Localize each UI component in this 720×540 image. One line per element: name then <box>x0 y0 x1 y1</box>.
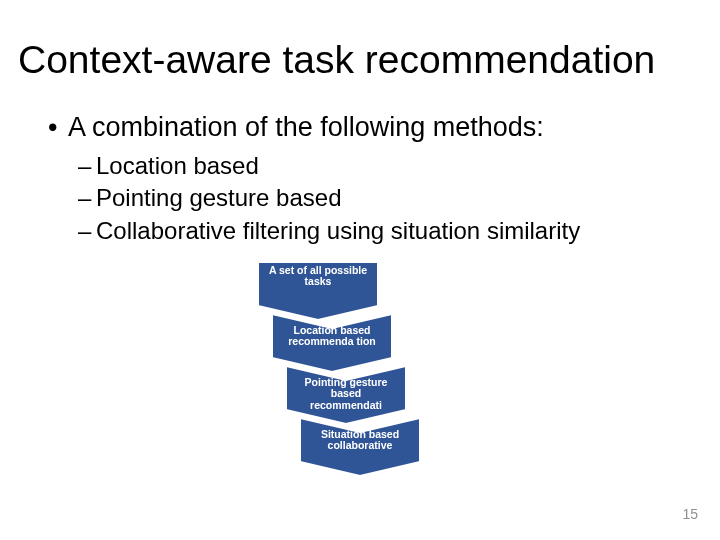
dash-icon: – <box>78 182 96 214</box>
page-number: 15 <box>682 506 698 522</box>
sub-bullet-text: Pointing gesture based <box>96 184 342 211</box>
bullet-level-1: •A combination of the following methods: <box>48 112 544 143</box>
flow-step-label: Situation based collaborative <box>300 429 420 452</box>
sub-bullet-item: –Pointing gesture based <box>78 182 580 214</box>
flow-step-label: A set of all possible tasks <box>258 265 378 288</box>
slide-title: Context-aware task recommendation <box>18 38 655 82</box>
flow-step-label: Pointing gesture based recommendati <box>286 377 406 411</box>
flow-step-4: Situation based collaborative <box>300 418 420 476</box>
process-flow: A set of all possible tasks Location bas… <box>258 262 428 470</box>
bullet-text: A combination of the following methods: <box>68 112 544 142</box>
sub-bullet-item: –Location based <box>78 150 580 182</box>
sub-bullet-item: –Collaborative filtering using situation… <box>78 215 580 247</box>
flow-step-label: Location based recommenda tion <box>272 325 392 348</box>
bullet-dot: • <box>48 112 68 143</box>
flow-step-1: A set of all possible tasks <box>258 262 378 320</box>
slide: Context-aware task recommendation •A com… <box>0 0 720 540</box>
dash-icon: – <box>78 150 96 182</box>
sub-bullet-text: Collaborative filtering using situation … <box>96 217 580 244</box>
flow-step-2: Location based recommenda tion <box>272 314 392 372</box>
dash-icon: – <box>78 215 96 247</box>
sub-bullet-list: –Location based –Pointing gesture based … <box>78 150 580 247</box>
flow-step-3: Pointing gesture based recommendati <box>286 366 406 424</box>
sub-bullet-text: Location based <box>96 152 259 179</box>
